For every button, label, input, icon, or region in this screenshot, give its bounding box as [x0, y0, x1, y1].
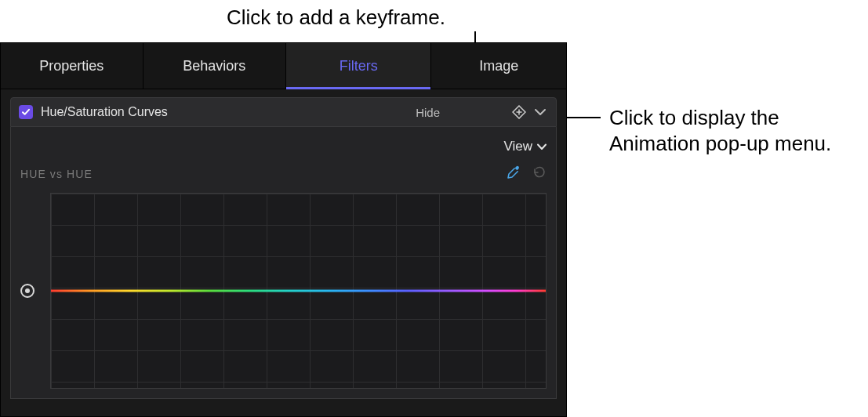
curve-area — [20, 193, 547, 389]
filter-header: Hue/Saturation Curves Hide — [10, 97, 557, 127]
hue-spectrum-line[interactable] — [51, 290, 546, 292]
view-label: View — [503, 139, 532, 154]
annotation-text: Animation pop-up menu. — [609, 132, 831, 155]
annotation-text: Click to display the — [609, 106, 779, 129]
filters-content: Hue/Saturation Curves Hide View — [1, 89, 566, 407]
curve-control-point[interactable] — [20, 284, 35, 298]
tab-properties[interactable]: Properties — [1, 43, 143, 89]
curve-header-row: HUE vs HUE — [20, 160, 547, 188]
curve-tools — [506, 165, 547, 183]
reset-button[interactable] — [532, 165, 547, 183]
tab-filters[interactable]: Filters — [286, 43, 431, 89]
tab-label: Behaviors — [183, 58, 245, 74]
chevron-down-icon — [537, 143, 547, 150]
tab-behaviors[interactable]: Behaviors — [143, 43, 287, 89]
filter-title: Hue/Saturation Curves — [41, 105, 416, 119]
inspector-tabs: Properties Behaviors Filters Image — [1, 43, 566, 89]
tab-label: Filters — [340, 58, 378, 74]
hide-button[interactable]: Hide — [416, 106, 440, 119]
view-popup[interactable]: View — [20, 133, 547, 160]
keyframe-diamond-icon — [512, 105, 526, 119]
animation-menu-button[interactable] — [532, 104, 548, 120]
add-keyframe-button[interactable] — [510, 103, 528, 121]
curved-arrow-icon — [532, 165, 547, 179]
filter-enable-checkbox[interactable] — [19, 105, 33, 119]
chevron-down-icon — [535, 108, 546, 116]
tab-label: Image — [479, 58, 518, 74]
annotation-keyframe: Click to add a keyframe. — [227, 5, 445, 31]
curve-section: View HUE vs HUE — [10, 127, 557, 399]
tab-image[interactable]: Image — [431, 43, 566, 89]
curve-label: HUE vs HUE — [20, 168, 93, 180]
annotation-line — [561, 117, 601, 118]
tab-label: Properties — [39, 58, 104, 74]
eyedropper-button[interactable] — [506, 165, 521, 183]
eyedropper-icon — [506, 165, 521, 180]
curve-grid[interactable] — [50, 193, 547, 389]
annotation-text: Click to add a keyframe. — [227, 5, 445, 29]
checkmark-icon — [21, 107, 31, 117]
inspector-panel: Properties Behaviors Filters Image Hue/S… — [0, 42, 567, 417]
annotation-animation-menu: Click to display the Animation pop-up me… — [609, 105, 831, 156]
